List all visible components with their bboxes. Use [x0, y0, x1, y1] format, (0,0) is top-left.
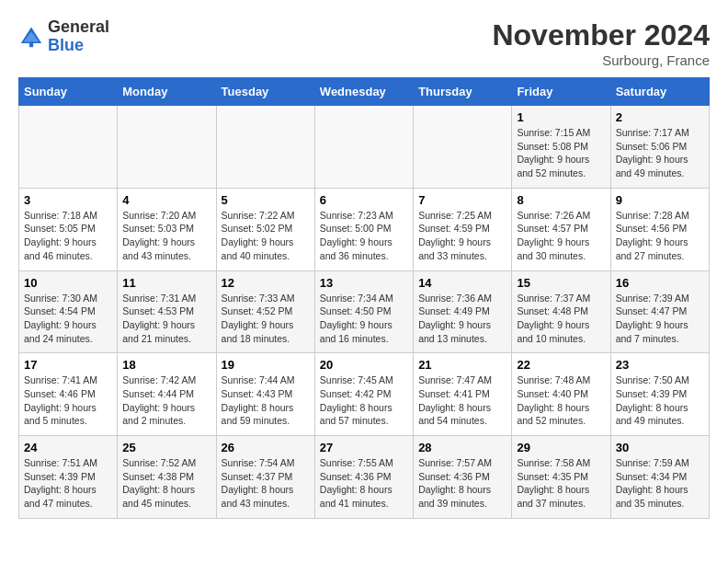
day-number: 19 — [222, 358, 310, 372]
calendar-week-row: 10Sunrise: 7:30 AM Sunset: 4:54 PM Dayli… — [19, 270, 710, 353]
calendar-day-cell: 13Sunrise: 7:34 AM Sunset: 4:50 PM Dayli… — [314, 270, 413, 353]
logo-general: General — [48, 18, 109, 37]
day-of-week-header: Thursday — [414, 78, 512, 106]
calendar-header-row: SundayMondayTuesdayWednesdayThursdayFrid… — [19, 78, 710, 106]
svg-rect-2 — [29, 41, 33, 47]
day-info: Sunrise: 7:44 AM Sunset: 4:43 PM Dayligh… — [222, 373, 310, 428]
day-number: 5 — [222, 193, 310, 207]
day-info: Sunrise: 7:26 AM Sunset: 4:57 PM Dayligh… — [517, 209, 605, 263]
day-info: Sunrise: 7:22 AM Sunset: 5:02 PM Dayligh… — [222, 209, 310, 263]
calendar-day-cell: 5Sunrise: 7:22 AM Sunset: 5:02 PM Daylig… — [216, 188, 314, 270]
calendar-day-cell: 1Sunrise: 7:15 AM Sunset: 5:08 PM Daylig… — [512, 106, 610, 189]
day-info: Sunrise: 7:30 AM Sunset: 4:54 PM Dayligh… — [24, 292, 112, 346]
calendar-day-cell: 20Sunrise: 7:45 AM Sunset: 4:42 PM Dayli… — [314, 353, 413, 436]
day-number: 24 — [24, 441, 112, 454]
logo-icon — [18, 24, 44, 50]
calendar-day-cell: 23Sunrise: 7:50 AM Sunset: 4:39 PM Dayli… — [610, 353, 709, 436]
day-number: 15 — [517, 276, 605, 290]
day-number: 2 — [616, 110, 704, 124]
day-info: Sunrise: 7:54 AM Sunset: 4:37 PM Dayligh… — [222, 456, 310, 511]
day-info: Sunrise: 7:18 AM Sunset: 5:05 PM Dayligh… — [24, 209, 112, 263]
day-info: Sunrise: 7:36 AM Sunset: 4:49 PM Dayligh… — [418, 292, 506, 346]
day-number: 22 — [517, 358, 605, 372]
day-info: Sunrise: 7:48 AM Sunset: 4:40 PM Dayligh… — [517, 373, 605, 428]
day-number: 25 — [122, 441, 210, 454]
calendar-week-row: 3Sunrise: 7:18 AM Sunset: 5:05 PM Daylig… — [19, 188, 710, 270]
day-number: 17 — [24, 358, 112, 372]
calendar-day-cell — [414, 106, 512, 189]
day-info: Sunrise: 7:34 AM Sunset: 4:50 PM Dayligh… — [320, 292, 408, 346]
calendar-day-cell: 27Sunrise: 7:55 AM Sunset: 4:36 PM Dayli… — [314, 436, 413, 519]
day-number: 30 — [616, 441, 704, 454]
calendar-day-cell: 2Sunrise: 7:17 AM Sunset: 5:06 PM Daylig… — [610, 106, 709, 189]
calendar-day-cell: 21Sunrise: 7:47 AM Sunset: 4:41 PM Dayli… — [414, 353, 512, 436]
calendar-day-cell: 12Sunrise: 7:33 AM Sunset: 4:52 PM Dayli… — [216, 270, 314, 353]
calendar-day-cell — [118, 106, 216, 189]
day-number: 18 — [122, 358, 210, 372]
day-info: Sunrise: 7:50 AM Sunset: 4:39 PM Dayligh… — [616, 373, 704, 428]
calendar-day-cell: 19Sunrise: 7:44 AM Sunset: 4:43 PM Dayli… — [216, 353, 314, 436]
day-of-week-header: Tuesday — [216, 78, 314, 106]
month-title: November 2024 — [492, 18, 710, 52]
calendar-day-cell: 6Sunrise: 7:23 AM Sunset: 5:00 PM Daylig… — [314, 188, 413, 270]
day-of-week-header: Monday — [118, 78, 216, 106]
calendar-day-cell — [19, 106, 118, 189]
day-number: 28 — [418, 441, 506, 454]
day-number: 16 — [616, 276, 704, 290]
day-info: Sunrise: 7:28 AM Sunset: 4:56 PM Dayligh… — [616, 209, 704, 263]
calendar-day-cell — [216, 106, 314, 189]
day-info: Sunrise: 7:15 AM Sunset: 5:08 PM Dayligh… — [517, 126, 605, 180]
calendar-day-cell: 9Sunrise: 7:28 AM Sunset: 4:56 PM Daylig… — [610, 188, 709, 270]
day-info: Sunrise: 7:42 AM Sunset: 4:44 PM Dayligh… — [122, 373, 210, 428]
day-info: Sunrise: 7:25 AM Sunset: 4:59 PM Dayligh… — [418, 209, 506, 263]
day-number: 12 — [222, 276, 310, 290]
day-number: 1 — [517, 110, 605, 124]
day-info: Sunrise: 7:59 AM Sunset: 4:34 PM Dayligh… — [616, 456, 704, 511]
day-info: Sunrise: 7:47 AM Sunset: 4:41 PM Dayligh… — [418, 373, 506, 428]
day-number: 4 — [122, 193, 210, 207]
day-number: 6 — [320, 193, 408, 207]
day-number: 8 — [517, 193, 605, 207]
calendar-week-row: 24Sunrise: 7:51 AM Sunset: 4:39 PM Dayli… — [19, 436, 710, 519]
calendar-day-cell: 18Sunrise: 7:42 AM Sunset: 4:44 PM Dayli… — [118, 353, 216, 436]
calendar-day-cell: 24Sunrise: 7:51 AM Sunset: 4:39 PM Dayli… — [19, 436, 118, 519]
calendar-day-cell — [314, 106, 413, 189]
day-number: 14 — [418, 276, 506, 290]
day-info: Sunrise: 7:20 AM Sunset: 5:03 PM Dayligh… — [122, 209, 210, 263]
title-block: November 2024 Surbourg, France — [492, 18, 710, 68]
day-number: 23 — [616, 358, 704, 372]
day-info: Sunrise: 7:51 AM Sunset: 4:39 PM Dayligh… — [24, 456, 112, 511]
day-info: Sunrise: 7:37 AM Sunset: 4:48 PM Dayligh… — [517, 292, 605, 346]
day-number: 21 — [418, 358, 506, 372]
calendar-day-cell: 7Sunrise: 7:25 AM Sunset: 4:59 PM Daylig… — [414, 188, 512, 270]
day-number: 9 — [616, 193, 704, 207]
location: Surbourg, France — [492, 52, 710, 68]
logo: General Blue — [18, 18, 109, 55]
day-number: 20 — [320, 358, 408, 372]
calendar-day-cell: 16Sunrise: 7:39 AM Sunset: 4:47 PM Dayli… — [610, 270, 709, 353]
day-info: Sunrise: 7:57 AM Sunset: 4:36 PM Dayligh… — [418, 456, 506, 511]
logo-text: General Blue — [48, 18, 109, 55]
calendar-day-cell: 8Sunrise: 7:26 AM Sunset: 4:57 PM Daylig… — [512, 188, 610, 270]
day-info: Sunrise: 7:55 AM Sunset: 4:36 PM Dayligh… — [320, 456, 408, 511]
calendar-day-cell: 3Sunrise: 7:18 AM Sunset: 5:05 PM Daylig… — [19, 188, 118, 270]
calendar-day-cell: 28Sunrise: 7:57 AM Sunset: 4:36 PM Dayli… — [414, 436, 512, 519]
day-info: Sunrise: 7:45 AM Sunset: 4:42 PM Dayligh… — [320, 373, 408, 428]
calendar-week-row: 1Sunrise: 7:15 AM Sunset: 5:08 PM Daylig… — [19, 106, 710, 189]
calendar-day-cell: 10Sunrise: 7:30 AM Sunset: 4:54 PM Dayli… — [19, 270, 118, 353]
day-info: Sunrise: 7:58 AM Sunset: 4:35 PM Dayligh… — [517, 456, 605, 511]
day-number: 27 — [320, 441, 408, 454]
day-number: 26 — [222, 441, 310, 454]
day-of-week-header: Friday — [512, 78, 610, 106]
calendar-table: SundayMondayTuesdayWednesdayThursdayFrid… — [18, 77, 710, 519]
day-info: Sunrise: 7:17 AM Sunset: 5:06 PM Dayligh… — [616, 126, 704, 180]
day-of-week-header: Sunday — [19, 78, 118, 106]
calendar-day-cell: 14Sunrise: 7:36 AM Sunset: 4:49 PM Dayli… — [414, 270, 512, 353]
day-info: Sunrise: 7:33 AM Sunset: 4:52 PM Dayligh… — [222, 292, 310, 346]
day-of-week-header: Saturday — [610, 78, 709, 106]
day-info: Sunrise: 7:39 AM Sunset: 4:47 PM Dayligh… — [616, 292, 704, 346]
day-info: Sunrise: 7:23 AM Sunset: 5:00 PM Dayligh… — [320, 209, 408, 263]
day-number: 3 — [24, 193, 112, 207]
calendar-day-cell: 30Sunrise: 7:59 AM Sunset: 4:34 PM Dayli… — [610, 436, 709, 519]
calendar-day-cell: 4Sunrise: 7:20 AM Sunset: 5:03 PM Daylig… — [118, 188, 216, 270]
